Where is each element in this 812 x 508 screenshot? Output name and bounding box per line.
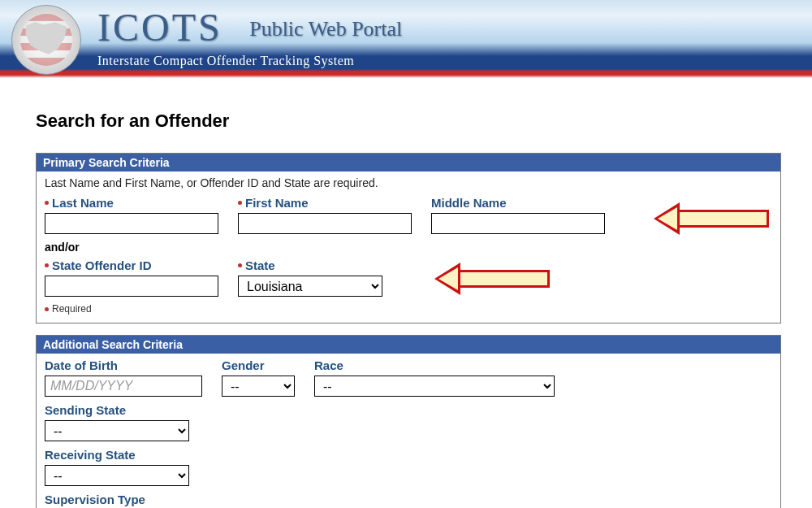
gender-label: Gender bbox=[222, 358, 295, 372]
last-name-label: Last Name bbox=[45, 196, 218, 210]
offender-id-input[interactable] bbox=[45, 276, 218, 297]
first-name-label: First Name bbox=[238, 196, 412, 210]
middle-name-label: Middle Name bbox=[431, 196, 605, 210]
state-select[interactable]: Louisiana bbox=[238, 276, 382, 297]
dob-input[interactable] bbox=[45, 376, 202, 397]
required-note: Required bbox=[45, 303, 772, 315]
race-label: Race bbox=[314, 358, 555, 372]
sending-state-select[interactable]: -- bbox=[45, 420, 189, 441]
additional-heading: Additional Search Criteria bbox=[37, 336, 780, 354]
banner-subtitle: Public Web Portal bbox=[249, 17, 402, 41]
dob-label: Date of Birth bbox=[45, 358, 202, 372]
primary-heading: Primary Search Criteria bbox=[37, 154, 780, 172]
required-dot-icon bbox=[238, 263, 242, 267]
required-dot-icon bbox=[45, 263, 49, 267]
required-dot-icon bbox=[45, 201, 49, 205]
middle-name-input[interactable] bbox=[431, 213, 605, 234]
race-select[interactable]: -- bbox=[314, 376, 555, 397]
logo-icon bbox=[11, 5, 81, 75]
state-label: State bbox=[238, 258, 382, 272]
primary-panel: Primary Search Criteria Last Name and Fi… bbox=[36, 153, 781, 323]
banner-title: ICOTS Public Web Portal bbox=[97, 5, 402, 50]
additional-panel: Additional Search Criteria Date of Birth… bbox=[36, 335, 781, 508]
page-title: Search for an Offender bbox=[36, 111, 781, 132]
gender-select[interactable]: -- bbox=[222, 376, 295, 397]
primary-helper: Last Name and First Name, or Offender ID… bbox=[45, 176, 772, 189]
sending-state-label: Sending State bbox=[45, 403, 189, 417]
banner-tagline: Interstate Compact Offender Tracking Sys… bbox=[97, 54, 354, 68]
required-dot-icon bbox=[238, 201, 242, 205]
offender-id-label: State Offender ID bbox=[45, 258, 218, 272]
receiving-state-label: Receiving State bbox=[45, 448, 189, 462]
required-dot-icon bbox=[45, 307, 49, 311]
banner: ICOTS Public Web Portal Interstate Compa… bbox=[0, 0, 812, 78]
last-name-input[interactable] bbox=[45, 213, 218, 234]
banner-acronym: ICOTS bbox=[97, 6, 222, 49]
supervision-label: Supervision Type bbox=[45, 493, 145, 506]
first-name-input[interactable] bbox=[238, 213, 412, 234]
receiving-state-select[interactable]: -- bbox=[45, 465, 189, 486]
andor-label: and/or bbox=[45, 241, 772, 254]
